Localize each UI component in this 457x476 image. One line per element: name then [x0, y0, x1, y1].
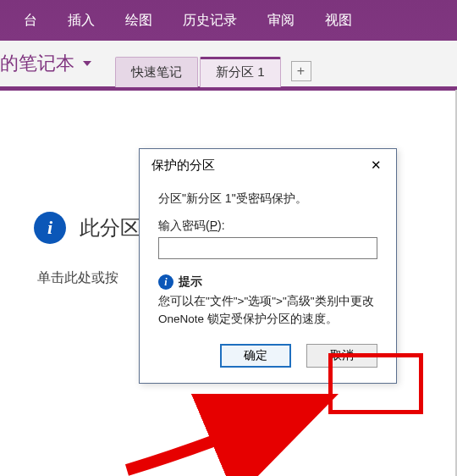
close-button[interactable]: ✕: [364, 156, 388, 174]
ribbon-tab-start[interactable]: 台: [8, 2, 52, 40]
section-tab-new-section-1[interactable]: 新分区 1: [200, 57, 281, 87]
ribbon: 台 插入 绘图 历史记录 审阅 视图: [0, 0, 457, 41]
notebook-title-text: 的笔记本: [0, 51, 74, 76]
ok-button[interactable]: 确定: [220, 344, 291, 368]
section-tab-quicknotes[interactable]: 快速笔记: [115, 57, 198, 87]
add-section-button[interactable]: +: [291, 61, 311, 81]
password-label: 输入密码(P):: [158, 219, 377, 234]
info-icon-small: i: [158, 274, 173, 290]
tip-title: 提示: [179, 274, 202, 290]
dialog-body: 分区"新分区 1"受密码保护。 输入密码(P): i 提示 您可以在"文件">"…: [140, 180, 396, 383]
tip-row: i 提示: [158, 274, 377, 290]
dialog-title: 保护的分区: [151, 158, 215, 174]
ribbon-tab-draw[interactable]: 绘图: [110, 2, 168, 40]
info-glyph-small: i: [164, 276, 167, 289]
dialog-buttons: 确定 取消: [158, 344, 377, 368]
ribbon-tab-view[interactable]: 视图: [310, 2, 367, 40]
tip-text: 您可以在"文件">"选项">"高级"类别中更改 OneNote 锁定受保护分区的…: [158, 293, 377, 329]
close-icon: ✕: [371, 158, 382, 173]
dialog-titlebar: 保护的分区 ✕: [140, 149, 396, 180]
section-underline: [0, 88, 457, 91]
password-dialog: 保护的分区 ✕ 分区"新分区 1"受密码保护。 输入密码(P): i 提示 您可…: [139, 148, 397, 384]
info-glyph: i: [47, 217, 52, 239]
ribbon-tab-history[interactable]: 历史记录: [168, 2, 252, 40]
ribbon-tab-review[interactable]: 审阅: [252, 2, 310, 40]
ribbon-tab-insert[interactable]: 插入: [52, 2, 110, 40]
section-tabs: 快速笔记 新分区 1 +: [115, 41, 311, 86]
chevron-down-icon: [83, 61, 91, 66]
info-icon: i: [34, 212, 66, 244]
notebook-bar: 的笔记本 快速笔记 新分区 1 +: [0, 41, 457, 88]
notebook-dropdown[interactable]: 的笔记本: [0, 51, 98, 76]
dialog-section-line: 分区"新分区 1"受密码保护。: [158, 191, 377, 207]
cancel-button[interactable]: 取消: [306, 344, 377, 368]
password-input[interactable]: [158, 237, 377, 259]
